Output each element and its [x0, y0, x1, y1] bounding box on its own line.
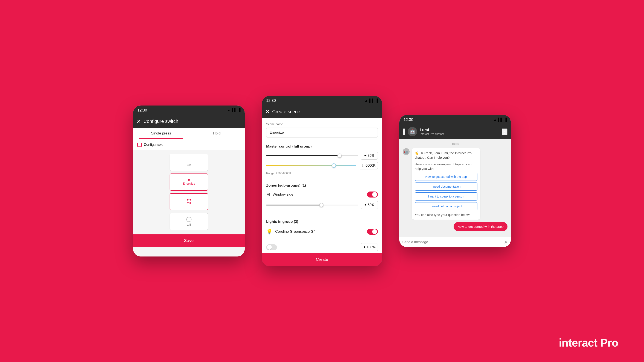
signal-icon: ▌▌: [232, 108, 237, 112]
bot-bubble-avatar: 🤖: [403, 148, 410, 155]
wifi-icon-2: ▲: [364, 99, 368, 102]
brand-regular: interact: [559, 337, 600, 349]
status-icons-1: ▲ ▌▌ ▐: [227, 108, 240, 112]
status-bar-3: 12:30 ▲ ▌▌ ▐: [399, 115, 511, 124]
scene-name-input[interactable]: [266, 128, 378, 137]
brand-watermark: interact Pro: [559, 336, 618, 349]
battery-icon-3: ▐: [504, 118, 506, 122]
save-button[interactable]: Save: [133, 234, 245, 247]
header-title-2: Create scene: [272, 109, 379, 114]
zones-section: Zones (sub-groups) (1) ⊞ Window side ✦ 6…: [262, 180, 382, 214]
master-control-title: Master control (full group): [266, 144, 378, 149]
temp-value: 🌡 6000K: [359, 162, 378, 169]
suggestion-btn-0[interactable]: How to get started with the app: [415, 173, 478, 181]
bot-subtitle: Interact Pro chatbot: [420, 132, 499, 136]
chat-body: 13:03 🤖 👋 Hi Frank, I am Lumi, the Inter…: [399, 139, 511, 237]
more-button[interactable]: ⋮: [502, 128, 508, 135]
phone-chatbot: 12:30 ▲ ▌▌ ▐ ‹ 🤖 Lumi Interact Pro chatb…: [399, 115, 511, 247]
battery-icon: ▐: [238, 108, 240, 112]
switch-btn-off-dots[interactable]: Off: [170, 193, 208, 210]
configurable-label: Configurable: [144, 143, 163, 147]
battery-icon-2: ▐: [376, 99, 378, 102]
zone-brightness-row: ✦ 60%: [266, 201, 378, 209]
zone-row-window: ⊞ Window side: [266, 191, 378, 198]
status-bar-1: 12:30 ▲ ▌▌ ▐: [133, 105, 245, 115]
master-control-section: Master control (full group) ✦ 80%: [262, 141, 382, 178]
tabs-1: Single press Hold: [133, 128, 245, 139]
wifi-icon: ▲: [227, 108, 230, 112]
close-button-1[interactable]: ✕: [136, 118, 141, 124]
status-icons-2: ▲ ▌▌ ▐: [364, 99, 378, 102]
create-button[interactable]: Create: [262, 253, 382, 266]
light-toggle-off[interactable]: [266, 244, 277, 250]
chat-header: ‹ 🤖 Lumi Interact Pro chatbot ⋮: [399, 124, 511, 139]
send-button[interactable]: ➤: [504, 239, 508, 245]
temp-track[interactable]: [266, 165, 356, 166]
header-bar-1: ✕ Configure switch: [133, 115, 245, 128]
bot-name: Lumi: [420, 128, 499, 132]
scene-form: Scene name: [262, 118, 382, 141]
brightness-track[interactable]: [266, 155, 358, 156]
brightness-slider-row: ✦ 80%: [266, 152, 378, 160]
time-1: 12:30: [138, 108, 147, 113]
bot-message-1: 🤖 👋 Hi Frank, I am Lumi, the Interact Pr…: [403, 148, 508, 220]
zone-toggle[interactable]: [367, 192, 378, 198]
screens-container: 12:30 ▲ ▌▌ ▐ ✕ Configure switch Single p…: [133, 96, 511, 266]
light-brightness-row: ✦ 100%: [262, 242, 382, 253]
scene-name-label: Scene name: [266, 122, 378, 126]
phone-create-scene: 12:30 ▲ ▌▌ ▐ ✕ Create scene Scene name M…: [262, 96, 382, 266]
light-icon: 💡: [266, 229, 273, 235]
suggestion-btn-1[interactable]: I need documentation: [415, 183, 478, 191]
zone-brightness-track[interactable]: [266, 205, 358, 205]
signal-icon-3: ▌▌: [498, 118, 503, 122]
bot-msg-bubble-1: 👋 Hi Frank, I am Lumi, the Interact Pro …: [412, 148, 480, 220]
tab-hold[interactable]: Hold: [189, 128, 245, 139]
phone1-content: Single press Hold Configurable On: [133, 128, 245, 257]
user-message: How to get started with the app?: [403, 222, 508, 231]
light-row-coreline: 💡 Coreline Greenspace G4: [266, 227, 378, 236]
switch-buttons: On Energize Off Off: [133, 154, 245, 234]
switch-btn-on[interactable]: On: [170, 154, 208, 171]
switch-btn-energize[interactable]: Energize: [170, 173, 208, 191]
close-button-2[interactable]: ✕: [265, 109, 270, 115]
bot-avatar: 🤖: [408, 127, 417, 136]
switch-btn-off-circle[interactable]: Off: [170, 213, 208, 230]
zone-brightness-value: ✦ 60%: [361, 201, 378, 209]
back-button[interactable]: ‹: [403, 128, 405, 135]
user-bubble: How to get started with the app?: [454, 222, 508, 231]
zone-name: Window side: [273, 192, 364, 197]
chat-input[interactable]: [402, 240, 502, 244]
temp-slider-row: 🌡 6000K: [266, 162, 378, 169]
time-3: 12:30: [404, 117, 413, 122]
status-bar-2: 12:30 ▲ ▌▌ ▐: [262, 96, 382, 105]
header-bar-2: ✕ Create scene: [262, 105, 382, 118]
signal-icon-2: ▌▌: [369, 99, 374, 102]
configurable-row: Configurable: [133, 139, 245, 150]
status-icons-3: ▲ ▌▌ ▐: [493, 118, 506, 122]
phone-configure-switch: 12:30 ▲ ▌▌ ▐ ✕ Configure switch Single p…: [133, 105, 245, 257]
lights-title: Lights in group (2): [266, 220, 378, 224]
light-name: Coreline Greenspace G4: [275, 230, 364, 234]
time-2: 12:30: [266, 98, 276, 103]
chat-timestamp: 13:03: [403, 142, 508, 146]
wifi-icon-3: ▲: [493, 118, 497, 122]
chat-input-bar: ➤: [399, 237, 511, 247]
bot-info: Lumi Interact Pro chatbot: [420, 128, 499, 136]
brightness-value: ✦ 80%: [361, 152, 378, 160]
light-brightness-value: ✦ 100%: [361, 243, 378, 251]
range-text: Range: 2700-6500K: [266, 172, 378, 175]
type-prompt: You can also type your question below: [415, 213, 478, 217]
bot-msg-text-1: 👋 Hi Frank, I am Lumi, the Interact Pro …: [415, 151, 478, 160]
header-title-1: Configure switch: [144, 119, 241, 124]
tab-single-press[interactable]: Single press: [133, 128, 189, 139]
zone-icon: ⊞: [266, 192, 270, 197]
light-toggle[interactable]: [367, 229, 378, 235]
bot-msg-text-2: Here are some examples of topics I can h…: [415, 162, 478, 171]
zones-title: Zones (sub-groups) (1): [266, 183, 378, 188]
configurable-checkbox[interactable]: [138, 143, 142, 147]
suggestion-btn-2[interactable]: I want to speak to a person: [415, 192, 478, 201]
lights-section: Lights in group (2) 💡 Coreline Greenspac…: [262, 216, 382, 240]
brand-bold: Pro: [600, 337, 618, 349]
suggestion-btn-3[interactable]: I need help on a project: [415, 202, 478, 210]
